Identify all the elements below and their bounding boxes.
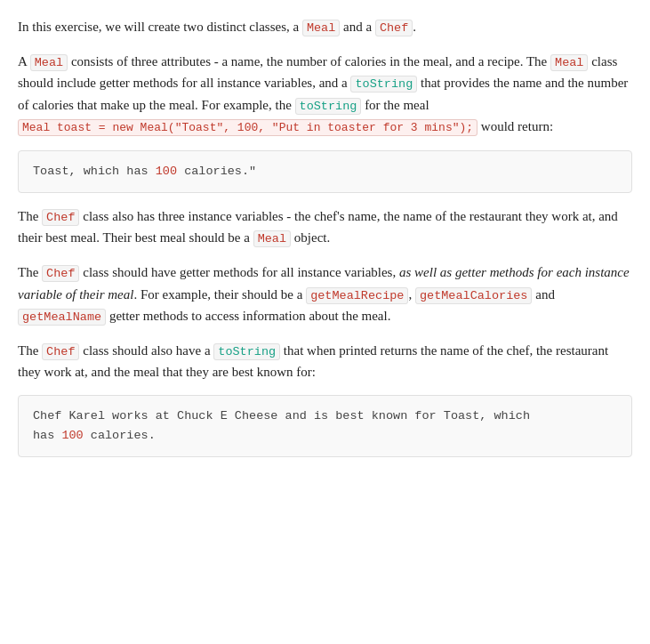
para4-mid1: class should have getter methods for all… [79, 265, 398, 279]
getMealRecipe-inline: getMealRecipe [306, 287, 408, 304]
code-block1-end: calories." [177, 165, 256, 178]
para3-start: The [18, 209, 42, 223]
meal-inline-3: Meal [550, 54, 588, 71]
tostring-inline-2: toString [295, 98, 362, 115]
para1-mid: and a [340, 20, 375, 34]
chef-inline-3: Chef [42, 265, 79, 282]
code-block-2: Chef Karel works at Chuck E Cheese and i… [18, 395, 632, 456]
para5-mid1: class should also have a [79, 343, 213, 358]
code-block2-num: 100 [61, 429, 83, 442]
para1-text: In this exercise, we will create two dis… [18, 20, 302, 34]
getMealCalories-inline: getMealCalories [415, 287, 533, 304]
getMealName-inline: getMealName [18, 309, 106, 326]
para2-start: A [18, 54, 30, 68]
paragraph-3: The Chef class also has three instance v… [18, 205, 632, 249]
para4-start: The [18, 265, 42, 279]
meal-inline-2: Meal [30, 54, 68, 71]
chef-inline-2: Chef [42, 209, 79, 226]
para2-mid1: consists of three attributes - a name, t… [68, 54, 550, 68]
code-block-1: Toast, which has 100 calories." [18, 150, 632, 193]
code-block2-end: calories. [84, 429, 156, 442]
code-block2-line2-start: has [33, 429, 61, 442]
code-line-1: Meal toast = new Meal("Toast", 100, "Put… [18, 119, 477, 136]
tostring-inline-1: toString [350, 76, 417, 93]
meal-inline-1: Meal [302, 20, 340, 36]
paragraph-1: In this exercise, we will create two dis… [18, 16, 632, 38]
code-line-1-end: would return: [477, 119, 553, 133]
para4-mid2: . For example, their should be a [133, 287, 306, 302]
code-block1-num: 100 [156, 165, 177, 178]
code-block2-line1: Chef Karel works at Chuck E Cheese and i… [33, 409, 530, 423]
para3-end: object. [291, 230, 330, 245]
chef-inline-4: Chef [42, 343, 79, 360]
tostring-inline-3: toString [213, 343, 280, 360]
meal-inline-4: Meal [253, 230, 291, 247]
para4-end: getter methods to access information abo… [106, 309, 390, 323]
para5-start: The [18, 343, 42, 358]
paragraph-5: The Chef class should also have a toStri… [18, 340, 632, 383]
para4-comma1: , [408, 287, 415, 302]
para4-and: and [532, 287, 554, 302]
paragraph-2: A Meal consists of three attributes - a … [18, 51, 632, 139]
paragraph-4: The Chef class should have getter method… [18, 262, 632, 327]
para2-mid4: for the meal [361, 98, 429, 112]
chef-inline-1: Chef [375, 20, 413, 36]
para1-end: . [413, 20, 416, 34]
code-block1-text: Toast, which has [33, 165, 156, 178]
